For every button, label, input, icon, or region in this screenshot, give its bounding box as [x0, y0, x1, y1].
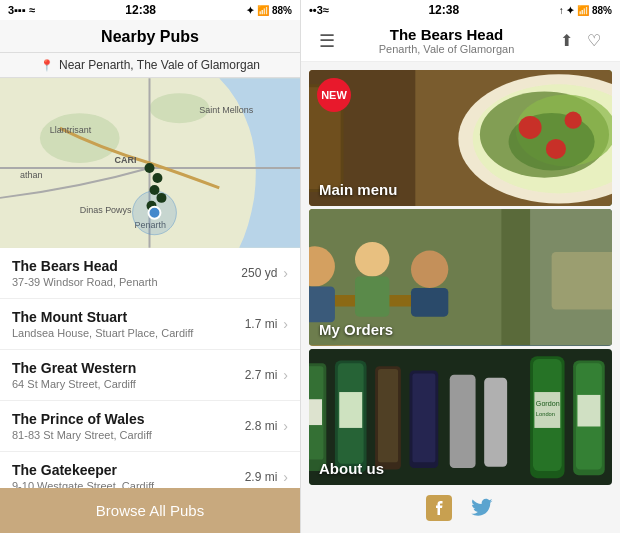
dots-right: ••	[309, 4, 317, 16]
pub-distance-1: 1.7 mi	[245, 317, 278, 331]
svg-rect-56	[378, 369, 398, 462]
social-bar	[301, 485, 620, 533]
left-panel: 3 ▪▪▪ ≈ 12:38 ✦ 📶 88% Nearby Pubs 📍 Near…	[0, 0, 301, 533]
pub-info-3: The Prince of Wales 81-83 St Mary Street…	[12, 411, 245, 441]
time-left: 12:38	[35, 3, 247, 17]
svg-text:CARI: CARI	[115, 155, 137, 165]
chevron-icon-3: ›	[283, 418, 288, 434]
share-icon[interactable]: ⬆	[552, 31, 580, 50]
pub-item-3[interactable]: The Prince of Wales 81-83 St Mary Street…	[0, 401, 300, 452]
status-icons-right: ↑ ✦ 📶 88%	[559, 5, 612, 16]
location-bar[interactable]: 📍 Near Penarth, The Vale of Glamorgan	[0, 53, 300, 78]
svg-point-13	[152, 173, 162, 183]
svg-point-26	[546, 139, 566, 159]
svg-point-14	[150, 185, 160, 195]
right-panel: •• 3 ≈ 12:38 ↑ ✦ 📶 88% ☰ The Bears Head …	[301, 0, 620, 533]
pub-name-4: The Gatekeeper	[12, 462, 245, 478]
map-area: Llantrisant CARI Dinas Powys Penarth ath…	[0, 78, 300, 248]
svg-rect-36	[355, 277, 389, 317]
main-menu-label: Main menu	[319, 181, 397, 198]
twitter-button[interactable]	[468, 493, 498, 523]
location-text: Near Penarth, The Vale of Glamorgan	[59, 58, 260, 72]
svg-rect-58	[412, 373, 435, 462]
status-icons-left: ✦ 📶 88%	[246, 5, 292, 16]
location-pin-icon: 📍	[40, 59, 54, 72]
page-title-left: Nearby Pubs	[0, 28, 300, 46]
status-bar-right: •• 3 ≈ 12:38 ↑ ✦ 📶 88%	[301, 0, 620, 20]
chevron-icon-1: ›	[283, 316, 288, 332]
signal-left: ▪▪▪ ≈	[14, 4, 35, 16]
nav-bar-right: ☰ The Bears Head Penarth, Vale of Glamor…	[301, 20, 620, 62]
svg-point-15	[156, 193, 166, 203]
svg-rect-38	[411, 288, 448, 317]
pub-name-2: The Great Western	[12, 360, 245, 376]
pub-title-block: The Bears Head Penarth, Vale of Glamorga…	[341, 26, 552, 55]
svg-point-25	[565, 112, 582, 129]
about-us-label: About us	[319, 460, 384, 477]
pub-address-1: Landsea House, Stuart Place, Cardiff	[12, 327, 245, 339]
pub-item-0[interactable]: The Bears Head 37-39 Windsor Road, Penar…	[0, 248, 300, 299]
svg-text:Llantrisant: Llantrisant	[50, 125, 92, 135]
heart-icon[interactable]: ♡	[580, 31, 608, 50]
svg-text:athan: athan	[20, 170, 42, 180]
pub-info-0: The Bears Head 37-39 Windsor Road, Penar…	[12, 258, 241, 288]
svg-text:Saint Mellons: Saint Mellons	[199, 105, 253, 115]
svg-rect-34	[309, 287, 335, 323]
pub-name-1: The Mount Stuart	[12, 309, 245, 325]
time-right: 12:38	[329, 3, 559, 17]
svg-rect-69	[450, 374, 476, 467]
pub-item-2[interactable]: The Great Western 64 St Mary Street, Car…	[0, 350, 300, 401]
pub-distance-0: 250 yd	[241, 266, 277, 280]
svg-rect-66	[577, 395, 600, 427]
svg-point-37	[411, 251, 448, 288]
svg-point-24	[519, 116, 542, 139]
new-badge: NEW	[317, 78, 351, 112]
status-bar-left: 3 ▪▪▪ ≈ 12:38 ✦ 📶 88%	[0, 0, 300, 20]
pub-item-1[interactable]: The Mount Stuart Landsea House, Stuart P…	[0, 299, 300, 350]
pub-detail-location: Penarth, Vale of Glamorgan	[341, 43, 552, 55]
svg-point-12	[145, 163, 155, 173]
svg-point-17	[149, 207, 161, 219]
svg-text:Gordon: Gordon	[536, 400, 560, 408]
pub-info-2: The Great Western 64 St Mary Street, Car…	[12, 360, 245, 390]
facebook-button[interactable]	[424, 493, 454, 523]
pub-address-2: 64 St Mary Street, Cardiff	[12, 378, 245, 390]
about-us-card[interactable]: Tanq	[309, 349, 612, 485]
pub-distance-4: 2.9 mi	[245, 470, 278, 484]
svg-rect-51	[309, 399, 322, 425]
content-cards: NEW Main menu	[301, 62, 620, 485]
pub-distance-2: 2.7 mi	[245, 368, 278, 382]
pub-distance-3: 2.8 mi	[245, 419, 278, 433]
pub-address-3: 81-83 St Mary Street, Cardiff	[12, 429, 245, 441]
svg-rect-70	[484, 377, 507, 466]
chevron-icon-4: ›	[283, 469, 288, 485]
main-menu-card[interactable]: NEW Main menu	[309, 70, 612, 206]
svg-point-35	[355, 242, 389, 276]
pub-name-3: The Prince of Wales	[12, 411, 245, 427]
menu-icon[interactable]: ☰	[313, 30, 341, 52]
browse-all-button[interactable]: Browse All Pubs	[0, 488, 300, 533]
chevron-icon-0: ›	[283, 265, 288, 281]
pub-detail-title: The Bears Head	[341, 26, 552, 43]
pub-address-0: 37-39 Windsor Road, Penarth	[12, 276, 241, 288]
pub-name-0: The Bears Head	[12, 258, 241, 274]
svg-text:Dinas Powys: Dinas Powys	[80, 205, 132, 215]
pub-info-1: The Mount Stuart Landsea House, Stuart P…	[12, 309, 245, 339]
nav-bar-left: Nearby Pubs	[0, 20, 300, 53]
my-orders-card[interactable]: WEL TAX E My Orders	[309, 209, 612, 345]
svg-text:London: London	[536, 411, 555, 417]
svg-rect-40	[552, 252, 612, 309]
svg-rect-54	[339, 392, 362, 428]
chevron-icon-2: ›	[283, 367, 288, 383]
my-orders-label: My Orders	[319, 321, 393, 338]
svg-rect-65	[534, 392, 560, 428]
